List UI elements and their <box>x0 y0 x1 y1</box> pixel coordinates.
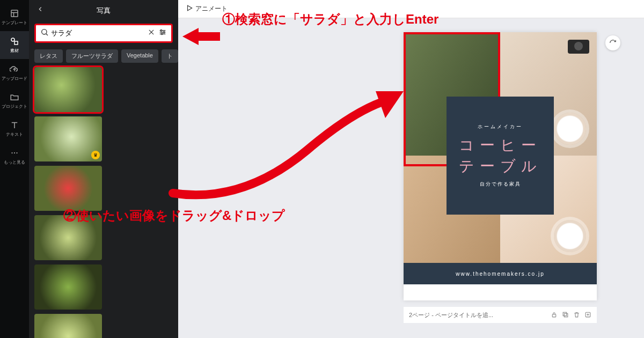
reload-button[interactable] <box>605 35 620 50</box>
design-title: コーヒーテーブル <box>459 135 542 177</box>
chip[interactable]: レタス <box>34 49 63 63</box>
page-label: 2ページ - ページタイトルを追... <box>409 311 493 319</box>
search-input[interactable] <box>49 30 144 38</box>
add-icon[interactable] <box>584 311 591 319</box>
svg-marker-18 <box>188 5 192 10</box>
back-button[interactable] <box>36 5 44 14</box>
design-caption: 自分で作る家具 <box>480 181 521 188</box>
nav-elements[interactable]: 素材 <box>0 31 29 59</box>
search-box[interactable] <box>34 24 173 43</box>
photo-thumbnail[interactable]: ♛ <box>34 116 102 161</box>
panel-header: 写真 <box>29 0 178 21</box>
chip-row: レタス フルーツサラダ Vegetable ト <box>29 45 178 67</box>
photo-thumbnail[interactable] <box>34 215 102 260</box>
photo-thumbnail[interactable] <box>34 264 102 310</box>
nav-more[interactable]: もっと見る <box>0 143 29 171</box>
svg-point-3 <box>11 38 14 41</box>
svg-point-17 <box>161 33 163 35</box>
chip[interactable]: フルーツサラダ <box>66 49 118 63</box>
design-subtitle: ホームメイカー <box>478 123 523 130</box>
svg-point-5 <box>11 152 12 153</box>
annotation-arrow-2 <box>167 64 404 211</box>
nav-label: 素材 <box>10 48 19 54</box>
chip[interactable]: ト <box>162 49 178 63</box>
svg-point-15 <box>160 30 162 31</box>
photo-grid: ♛♛ <box>29 67 178 338</box>
svg-rect-21 <box>563 312 567 316</box>
photo-thumbnail[interactable] <box>34 67 102 112</box>
svg-rect-19 <box>552 314 556 317</box>
design-footer[interactable]: www.thehomemakers.co.jp <box>404 263 597 284</box>
svg-point-7 <box>16 152 17 153</box>
design-url: www.thehomemakers.co.jp <box>456 271 545 277</box>
page-bar: 2ページ - ページタイトルを追... <box>404 307 597 323</box>
play-icon <box>186 4 193 13</box>
nav-rail: テンプレート 素材 アップロード プロジェクト テキスト もっと見る <box>0 0 29 338</box>
upload-icon <box>10 64 19 74</box>
duplicate-icon[interactable] <box>562 311 569 319</box>
svg-point-8 <box>42 30 47 34</box>
trash-icon[interactable] <box>573 311 580 319</box>
svg-point-6 <box>14 152 15 153</box>
nav-label: プロジェクト <box>2 104 27 109</box>
svg-line-9 <box>46 34 48 35</box>
nav-uploads[interactable]: アップロード <box>0 59 29 87</box>
more-icon <box>10 148 19 158</box>
nav-label: もっと見る <box>4 159 25 165</box>
nav-label: アップロード <box>2 76 27 82</box>
text-icon <box>10 120 19 130</box>
folder-icon <box>10 92 19 102</box>
design-text-block[interactable]: ホームメイカー コーヒーテーブル 自分で作る家具 <box>447 97 554 215</box>
search-icon <box>40 28 49 39</box>
crown-icon: ♛ <box>91 151 100 159</box>
nav-label: テンプレート <box>2 20 27 26</box>
nav-projects[interactable]: プロジェクト <box>0 87 29 115</box>
side-panel: 写真 レタス フルーツサラダ Vegetable ト ♛♛ <box>29 0 178 338</box>
nav-label: テキスト <box>6 131 23 137</box>
clear-icon[interactable] <box>148 28 155 38</box>
design-page[interactable]: www.thehomemakers.co.jp ホームメイカー コーヒーテーブル… <box>404 32 597 300</box>
animate-label: アニメート <box>195 4 228 13</box>
svg-marker-25 <box>182 28 220 45</box>
elements-icon <box>10 36 19 46</box>
top-toolbar: アニメート <box>178 0 644 18</box>
annotation-arrow-1 <box>182 26 220 49</box>
svg-rect-4 <box>14 41 18 45</box>
svg-rect-0 <box>11 10 18 17</box>
panel-title: 写真 <box>97 6 111 16</box>
nav-templates[interactable]: テンプレート <box>0 3 29 31</box>
nav-text[interactable]: テキスト <box>0 115 29 143</box>
filter-icon[interactable] <box>158 28 167 39</box>
chip[interactable]: Vegetable <box>121 49 158 63</box>
lock-icon[interactable] <box>551 311 558 319</box>
svg-point-16 <box>163 32 165 33</box>
template-icon <box>10 9 19 18</box>
photo-thumbnail[interactable] <box>34 314 102 338</box>
svg-rect-20 <box>564 313 568 317</box>
animate-button[interactable]: アニメート <box>186 4 228 13</box>
photo-thumbnail[interactable] <box>34 166 102 211</box>
